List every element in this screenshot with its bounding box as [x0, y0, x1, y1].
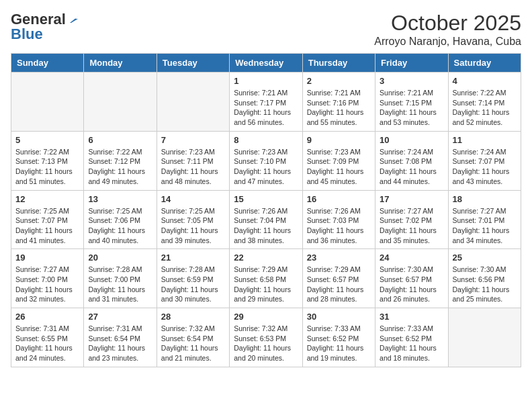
day-info: Sunrise: 7:24 AM Sunset: 7:08 PM Dayligh… — [380, 147, 443, 187]
weekday-header-monday: Monday — [84, 54, 157, 73]
day-info: Sunrise: 7:22 AM Sunset: 7:13 PM Dayligh… — [15, 147, 79, 187]
logo: General Blue — [11, 11, 79, 43]
day-info: Sunrise: 7:27 AM Sunset: 7:02 PM Dayligh… — [380, 206, 443, 246]
location: Arroyo Naranjo, Havana, Cuba — [374, 36, 521, 48]
day-number: 14 — [161, 194, 225, 204]
day-info: Sunrise: 7:32 AM Sunset: 6:54 PM Dayligh… — [161, 324, 225, 363]
day-number: 27 — [88, 312, 152, 322]
calendar-cell: 22Sunrise: 7:29 AM Sunset: 6:58 PM Dayli… — [230, 249, 302, 308]
day-number: 4 — [453, 76, 517, 86]
weekday-header-row: SundayMondayTuesdayWednesdayThursdayFrid… — [11, 54, 521, 73]
day-number: 13 — [88, 194, 152, 204]
day-number: 25 — [453, 253, 517, 263]
calendar-cell: 28Sunrise: 7:32 AM Sunset: 6:54 PM Dayli… — [157, 308, 229, 367]
day-number: 20 — [88, 253, 152, 263]
day-info: Sunrise: 7:23 AM Sunset: 7:10 PM Dayligh… — [234, 147, 298, 187]
day-info: Sunrise: 7:32 AM Sunset: 6:53 PM Dayligh… — [234, 324, 298, 363]
calendar-cell: 15Sunrise: 7:26 AM Sunset: 7:04 PM Dayli… — [230, 190, 302, 249]
day-number: 19 — [15, 253, 79, 263]
day-info: Sunrise: 7:25 AM Sunset: 7:05 PM Dayligh… — [161, 206, 225, 246]
calendar-cell: 4Sunrise: 7:22 AM Sunset: 7:14 PM Daylig… — [448, 73, 521, 132]
calendar-cell: 10Sunrise: 7:24 AM Sunset: 7:08 PM Dayli… — [375, 131, 448, 190]
day-info: Sunrise: 7:30 AM Sunset: 6:56 PM Dayligh… — [453, 265, 517, 304]
calendar-week-2: 5Sunrise: 7:22 AM Sunset: 7:13 PM Daylig… — [11, 131, 521, 190]
logo-bird-icon — [67, 13, 79, 26]
day-info: Sunrise: 7:33 AM Sunset: 6:52 PM Dayligh… — [307, 324, 371, 363]
calendar-cell: 24Sunrise: 7:30 AM Sunset: 6:57 PM Dayli… — [375, 249, 448, 308]
calendar-cell: 6Sunrise: 7:22 AM Sunset: 7:12 PM Daylig… — [84, 131, 157, 190]
calendar-cell: 31Sunrise: 7:33 AM Sunset: 6:52 PM Dayli… — [375, 308, 448, 367]
calendar-cell: 29Sunrise: 7:32 AM Sunset: 6:53 PM Dayli… — [230, 308, 302, 367]
calendar-cell: 25Sunrise: 7:30 AM Sunset: 6:56 PM Dayli… — [448, 249, 521, 308]
day-number: 7 — [161, 135, 225, 145]
calendar-week-1: 1Sunrise: 7:21 AM Sunset: 7:17 PM Daylig… — [11, 73, 521, 132]
day-number: 24 — [380, 253, 443, 263]
day-number: 1 — [234, 76, 298, 86]
day-info: Sunrise: 7:29 AM Sunset: 6:58 PM Dayligh… — [234, 265, 298, 304]
day-number: 26 — [15, 312, 79, 322]
day-info: Sunrise: 7:29 AM Sunset: 6:57 PM Dayligh… — [307, 265, 371, 304]
day-info: Sunrise: 7:21 AM Sunset: 7:15 PM Dayligh… — [380, 88, 443, 128]
calendar-cell: 16Sunrise: 7:26 AM Sunset: 7:03 PM Dayli… — [302, 190, 375, 249]
calendar: SundayMondayTuesdayWednesdayThursdayFrid… — [11, 53, 521, 367]
day-number: 12 — [15, 194, 79, 204]
day-number: 28 — [161, 312, 225, 322]
day-info: Sunrise: 7:22 AM Sunset: 7:12 PM Dayligh… — [88, 147, 152, 187]
calendar-cell: 8Sunrise: 7:23 AM Sunset: 7:10 PM Daylig… — [230, 131, 302, 190]
weekday-header-thursday: Thursday — [302, 54, 375, 73]
calendar-week-3: 12Sunrise: 7:25 AM Sunset: 7:07 PM Dayli… — [11, 190, 521, 249]
day-info: Sunrise: 7:31 AM Sunset: 6:54 PM Dayligh… — [88, 324, 152, 363]
day-number: 2 — [307, 76, 371, 86]
page-header: General Blue October 2025 Arroyo Naranjo… — [11, 11, 521, 48]
day-info: Sunrise: 7:21 AM Sunset: 7:17 PM Dayligh… — [234, 88, 298, 128]
calendar-cell: 27Sunrise: 7:31 AM Sunset: 6:54 PM Dayli… — [84, 308, 157, 367]
calendar-week-5: 26Sunrise: 7:31 AM Sunset: 6:55 PM Dayli… — [11, 308, 521, 367]
calendar-cell: 11Sunrise: 7:24 AM Sunset: 7:07 PM Dayli… — [448, 131, 521, 190]
day-info: Sunrise: 7:22 AM Sunset: 7:14 PM Dayligh… — [453, 88, 517, 128]
calendar-cell: 12Sunrise: 7:25 AM Sunset: 7:07 PM Dayli… — [11, 190, 84, 249]
weekday-header-sunday: Sunday — [11, 54, 84, 73]
day-info: Sunrise: 7:27 AM Sunset: 7:01 PM Dayligh… — [453, 206, 517, 246]
day-info: Sunrise: 7:27 AM Sunset: 7:00 PM Dayligh… — [15, 265, 79, 304]
calendar-cell — [448, 308, 521, 367]
calendar-cell: 7Sunrise: 7:23 AM Sunset: 7:11 PM Daylig… — [157, 131, 229, 190]
calendar-cell: 13Sunrise: 7:25 AM Sunset: 7:06 PM Dayli… — [84, 190, 157, 249]
day-info: Sunrise: 7:28 AM Sunset: 6:59 PM Dayligh… — [161, 265, 225, 304]
day-info: Sunrise: 7:28 AM Sunset: 7:00 PM Dayligh… — [88, 265, 152, 304]
calendar-cell: 5Sunrise: 7:22 AM Sunset: 7:13 PM Daylig… — [11, 131, 84, 190]
calendar-cell: 1Sunrise: 7:21 AM Sunset: 7:17 PM Daylig… — [230, 73, 302, 132]
logo-blue: Blue — [11, 26, 43, 43]
day-info: Sunrise: 7:25 AM Sunset: 7:07 PM Dayligh… — [15, 206, 79, 246]
calendar-cell: 20Sunrise: 7:28 AM Sunset: 7:00 PM Dayli… — [84, 249, 157, 308]
day-info: Sunrise: 7:31 AM Sunset: 6:55 PM Dayligh… — [15, 324, 79, 363]
calendar-cell: 19Sunrise: 7:27 AM Sunset: 7:00 PM Dayli… — [11, 249, 84, 308]
day-number: 23 — [307, 253, 371, 263]
calendar-cell: 23Sunrise: 7:29 AM Sunset: 6:57 PM Dayli… — [302, 249, 375, 308]
day-number: 11 — [453, 135, 517, 145]
day-info: Sunrise: 7:23 AM Sunset: 7:09 PM Dayligh… — [307, 147, 371, 187]
day-info: Sunrise: 7:26 AM Sunset: 7:03 PM Dayligh… — [307, 206, 371, 246]
month-title: October 2025 — [374, 11, 521, 36]
day-number: 5 — [15, 135, 79, 145]
day-number: 15 — [234, 194, 298, 204]
day-info: Sunrise: 7:23 AM Sunset: 7:11 PM Dayligh… — [161, 147, 225, 187]
day-number: 8 — [234, 135, 298, 145]
calendar-cell: 30Sunrise: 7:33 AM Sunset: 6:52 PM Dayli… — [302, 308, 375, 367]
calendar-cell — [157, 73, 229, 132]
weekday-header-wednesday: Wednesday — [230, 54, 302, 73]
day-number: 22 — [234, 253, 298, 263]
calendar-cell: 14Sunrise: 7:25 AM Sunset: 7:05 PM Dayli… — [157, 190, 229, 249]
day-info: Sunrise: 7:21 AM Sunset: 7:16 PM Dayligh… — [307, 88, 371, 128]
day-number: 29 — [234, 312, 298, 322]
calendar-cell — [11, 73, 84, 132]
calendar-cell: 3Sunrise: 7:21 AM Sunset: 7:15 PM Daylig… — [375, 73, 448, 132]
calendar-cell: 17Sunrise: 7:27 AM Sunset: 7:02 PM Dayli… — [375, 190, 448, 249]
day-number: 3 — [380, 76, 443, 86]
weekday-header-tuesday: Tuesday — [157, 54, 229, 73]
day-info: Sunrise: 7:24 AM Sunset: 7:07 PM Dayligh… — [453, 147, 517, 187]
day-info: Sunrise: 7:30 AM Sunset: 6:57 PM Dayligh… — [380, 265, 443, 304]
day-info: Sunrise: 7:26 AM Sunset: 7:04 PM Dayligh… — [234, 206, 298, 246]
day-number: 9 — [307, 135, 371, 145]
day-number: 31 — [380, 312, 443, 322]
day-number: 18 — [453, 194, 517, 204]
